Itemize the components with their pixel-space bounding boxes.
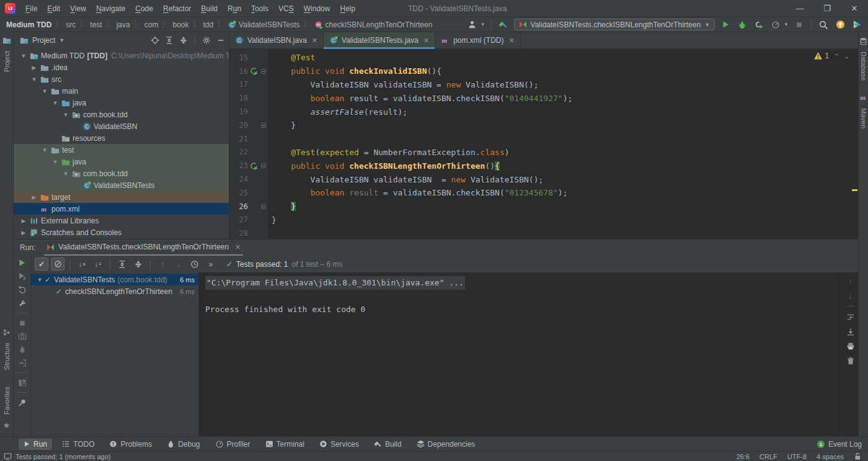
menu-run[interactable]: Run xyxy=(223,2,246,16)
chevron-right-icon[interactable]: ▶ xyxy=(19,230,29,236)
fold-marker-open-icon[interactable] xyxy=(259,163,268,168)
previous-failed-test-button[interactable]: ↑ xyxy=(156,257,169,271)
run-button[interactable] xyxy=(719,19,732,31)
chevron-down-icon[interactable]: ▼ xyxy=(40,88,50,94)
ide-features-button[interactable] xyxy=(851,19,863,31)
chevron-down-icon[interactable]: ▼ xyxy=(19,53,29,59)
code-line-24[interactable]: 24 ValidateISBN validateISBN = new Valid… xyxy=(229,172,858,186)
chevron-down-icon[interactable]: ▼ xyxy=(61,112,71,118)
toolwindow-button-build[interactable]: Build xyxy=(369,439,407,450)
more-actions-button[interactable]: » xyxy=(204,257,218,271)
code-line-19[interactable]: 19 assertFalse(result); xyxy=(229,105,858,119)
capture-snapshot-button[interactable] xyxy=(18,331,27,341)
menu-view[interactable]: View xyxy=(66,2,91,16)
tree-row-validateisbn[interactable]: CValidateISBN xyxy=(14,120,229,132)
toolwindow-button-todo[interactable]: TODO xyxy=(57,439,99,450)
chevron-down-icon[interactable]: ▼ xyxy=(35,277,45,283)
toolwindow-button-dependencies[interactable]: Dependencies xyxy=(412,439,480,450)
sidebar-item-maven[interactable]: Maven xyxy=(860,104,867,132)
run-console[interactable]: "C:\Program Files\Java\jdk1.8.0_301\bin\… xyxy=(198,272,842,436)
tree-row-external-libraries[interactable]: ▶External Libraries xyxy=(14,215,229,226)
close-tab-icon[interactable]: ✕ xyxy=(423,37,429,45)
pin-tab-button[interactable] xyxy=(18,398,27,407)
import-tests-button[interactable] xyxy=(18,358,27,367)
stop-button[interactable] xyxy=(793,19,805,31)
code-line-15[interactable]: 15 @Test xyxy=(229,51,858,65)
tree-row-resources[interactable]: resources xyxy=(14,132,229,144)
stop-process-button[interactable] xyxy=(19,318,26,327)
breadcrumb-item[interactable]: src xyxy=(64,20,77,29)
show-ignored-button[interactable] xyxy=(51,257,64,271)
code-line-26[interactable]: 26 } xyxy=(229,200,858,213)
expand-all-button[interactable] xyxy=(165,36,174,45)
code-line-17[interactable]: 17 ValidateISBN validateISBN = new Valid… xyxy=(229,78,858,92)
menu-vcs[interactable]: VCS xyxy=(274,2,298,16)
fold-marker-close-icon[interactable] xyxy=(259,204,268,209)
print-button[interactable] xyxy=(846,342,855,351)
menu-refactor[interactable]: Refactor xyxy=(159,2,195,16)
error-stripe-warning-mark[interactable] xyxy=(852,189,857,191)
code-line-20[interactable]: 20 } xyxy=(229,119,858,132)
breadcrumb-item[interactable]: com xyxy=(143,20,160,29)
fold-marker-open-icon[interactable] xyxy=(259,69,268,74)
menu-navigate[interactable]: Navigate xyxy=(92,2,130,16)
chevron-down-icon[interactable]: ▼ xyxy=(29,76,39,83)
build-project-button[interactable] xyxy=(497,19,510,31)
test-result-row[interactable]: ▼✓ValidateISBNTests(com.book.tdd)6 ms xyxy=(31,274,198,285)
project-view-selector[interactable]: Project ▼ xyxy=(20,36,64,45)
toolwindow-button-run[interactable]: Run xyxy=(19,439,52,450)
code-line-16[interactable]: 16 public void checkInvalidISBN(){ xyxy=(229,65,858,78)
menu-tools[interactable]: Tools xyxy=(247,2,273,16)
tree-row-com-book-tdd[interactable]: ▼com.book.tdd xyxy=(14,109,229,120)
indent-setting[interactable]: 4 spaces xyxy=(817,453,844,460)
toolwindow-button-debug[interactable]: Debug xyxy=(162,439,205,450)
code-line-21[interactable]: 21 xyxy=(229,132,858,146)
chevron-down-icon[interactable]: ▼ xyxy=(40,147,50,153)
close-tab-icon[interactable]: ✕ xyxy=(508,37,514,45)
tree-row-main[interactable]: ▼main xyxy=(14,85,229,97)
code-line-23[interactable]: 23 public void checkISBNLengthTenOrThirt… xyxy=(229,159,858,172)
breadcrumb-item[interactable]: java xyxy=(115,20,131,29)
editor-tab-pom-xml-tdd-[interactable]: mpom.xml (TDD)✕ xyxy=(435,32,521,48)
code-area[interactable]: 1 ⌃ ⌄ 15 @Test16 public void checkInvali… xyxy=(229,49,858,240)
test-result-row[interactable]: ✓checkISBNLengthTenOrThirteen6 ms xyxy=(31,285,198,297)
tree-row-java[interactable]: ▼java xyxy=(14,156,229,168)
tree-row--idea[interactable]: ▶.idea xyxy=(14,61,229,73)
rerun-failed-tests-button[interactable]: 9 xyxy=(18,271,27,280)
debug-button[interactable] xyxy=(736,19,748,31)
tree-row-pom-xml[interactable]: mpom.xml xyxy=(14,203,229,215)
settings-button[interactable] xyxy=(202,36,211,45)
menu-help[interactable]: Help xyxy=(335,2,360,16)
close-icon[interactable]: ✕ xyxy=(235,243,241,251)
status-message[interactable]: Tests passed: 1 (moments ago) xyxy=(16,453,110,460)
run-test-gutter-icon[interactable] xyxy=(248,67,259,75)
lock-icon[interactable] xyxy=(854,452,862,461)
collapse-all-button[interactable] xyxy=(131,257,145,271)
close-tab-icon[interactable]: ✕ xyxy=(312,37,317,45)
file-encoding[interactable]: UTF-8 xyxy=(787,453,807,460)
chevron-down-icon[interactable]: ▼ xyxy=(50,100,60,106)
menu-window[interactable]: Window xyxy=(299,2,335,16)
event-log-button[interactable]: 1Event Log xyxy=(817,440,862,449)
chevron-right-icon[interactable]: ▶ xyxy=(19,218,29,224)
run-test-gutter-icon[interactable] xyxy=(248,162,259,170)
soft-wrap-button[interactable] xyxy=(846,312,855,321)
update-notification-button[interactable] xyxy=(834,19,846,31)
run-configuration-select[interactable]: ValidateISBNTests.checkISBNLengthTenOrTh… xyxy=(514,19,715,30)
breadcrumb-item[interactable]: CValidateISBNTests xyxy=(226,20,301,29)
code-line-22[interactable]: 22 @Test(expected = NumberFormatExceptio… xyxy=(229,146,858,159)
search-everywhere-button[interactable] xyxy=(817,19,830,31)
breadcrumb-item[interactable]: book xyxy=(171,20,190,29)
test-history-button[interactable] xyxy=(188,257,202,271)
code-line-28[interactable]: 28 xyxy=(229,226,858,240)
tree-row-test[interactable]: ▼test xyxy=(14,144,229,156)
fold-marker-close-icon[interactable] xyxy=(259,123,268,128)
sidebar-item-structure[interactable]: Structure xyxy=(3,339,11,374)
menu-code[interactable]: Code xyxy=(131,2,157,16)
scroll-up-button[interactable]: ↑ xyxy=(848,276,852,285)
code-line-27[interactable]: 27} xyxy=(229,213,858,227)
close-button[interactable]: ✕ xyxy=(841,0,868,17)
toggle-auto-test-button[interactable] xyxy=(18,285,27,294)
sidebar-item-favorites[interactable]: Favorites xyxy=(3,383,11,418)
show-passed-button[interactable]: ✓ xyxy=(35,257,48,271)
